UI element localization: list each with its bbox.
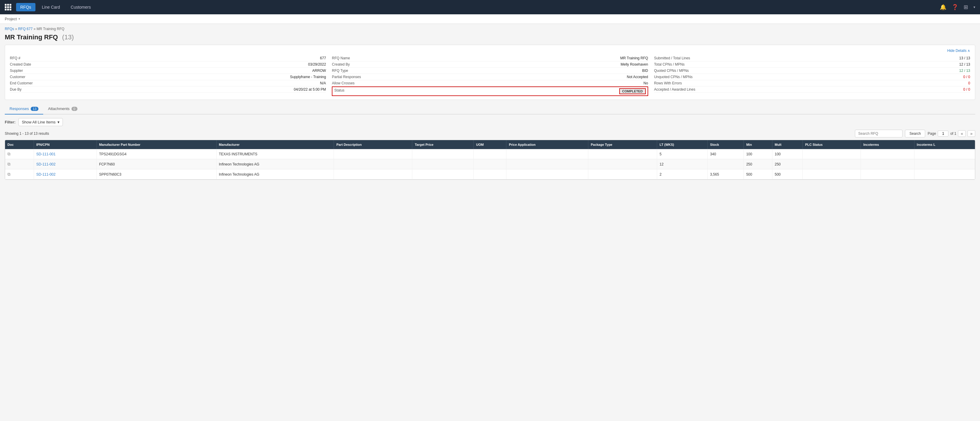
cell-doc[interactable]: ⧉ [5, 149, 33, 159]
ipn-link[interactable]: SD-111-002 [37, 172, 56, 177]
cell-uom [474, 169, 506, 180]
col-plc-status: PLC Status [802, 140, 861, 149]
col-doc: Doc [5, 140, 33, 149]
cell-incoterms [861, 149, 915, 159]
page-title-text: MR Training RFQ [5, 33, 58, 41]
page-input[interactable] [938, 131, 948, 137]
cell-plc-status [802, 169, 861, 180]
filter-dropdown[interactable]: Show All Line Items ▾ [19, 118, 62, 126]
hide-details-link[interactable]: Hide Details ∧ [10, 49, 970, 53]
detail-submitted-total: Submitted / Total Lines 13 / 13 [654, 55, 970, 61]
detail-supplier: Supplier ARROW [10, 68, 326, 74]
cell-min: 500 [744, 169, 772, 180]
col-package-type: Package Type [588, 140, 657, 149]
table-row: ⧉ SD-111-002 SPP07N60C3 Infineon Technol… [5, 169, 975, 180]
cell-mult: 500 [772, 169, 802, 180]
cell-price-app [506, 169, 588, 180]
table-header-row: Doc IPN/CPN Manufacturer Part Number Man… [5, 140, 975, 149]
details-col3: Submitted / Total Lines 13 / 13 Total CP… [654, 55, 970, 96]
filter-row: Filter: Show All Line Items ▾ [5, 118, 975, 126]
pagination: Page of 1 « » [928, 130, 975, 137]
col-incoterms: Incoterms [861, 140, 915, 149]
cell-lt-wks: 2 [657, 169, 708, 180]
breadcrumb-sep2: » [33, 27, 37, 31]
col-ipn-cpn: IPN/CPN [33, 140, 97, 149]
tab-responses[interactable]: Responses 13 [5, 104, 43, 115]
nav-left: RFQs Line Card Customers [5, 3, 95, 11]
search-rfq-input[interactable] [855, 130, 902, 137]
search-button[interactable]: Search [905, 130, 925, 137]
cell-min: 100 [744, 149, 772, 159]
cell-lt-wks: 5 [657, 149, 708, 159]
cell-target-price [412, 159, 474, 169]
cell-part-desc [334, 169, 412, 180]
cell-price-app [506, 149, 588, 159]
chevron-down-icon[interactable]: ▾ [974, 5, 975, 9]
cell-target-price [412, 169, 474, 180]
cell-part-desc [334, 159, 412, 169]
cell-mpn: SPP07N60C3 [97, 169, 216, 180]
breadcrumb-current: MR Training RFQ [37, 27, 64, 31]
cell-stock [708, 159, 743, 169]
detail-rfq-name: RFQ Name MR Training RFQ [332, 55, 648, 61]
status-badge: COMPLETED [619, 88, 646, 94]
col-target-price: Target Price [412, 140, 474, 149]
nav-rfqs-button[interactable]: RFQs [16, 3, 35, 11]
detail-rows-errors: Rows With Errors 0 [654, 80, 970, 86]
notification-icon[interactable]: 🔔 [940, 4, 947, 10]
cell-price-app [506, 159, 588, 169]
nav-linecard-button[interactable]: Line Card [38, 3, 64, 11]
detail-partial-responses: Partial Responses Not Accepted [332, 74, 648, 80]
col-min: Min [744, 140, 772, 149]
tab-attachments[interactable]: Attachments 0 [43, 104, 82, 115]
ipn-link[interactable]: SD-111-001 [37, 152, 56, 156]
cell-stock: 340 [708, 149, 743, 159]
cell-manufacturer: Infineon Technologies AG [216, 169, 334, 180]
detail-created-date: Created Date 03/29/2022 [10, 61, 326, 68]
apps-icon[interactable]: ⊞ [964, 4, 968, 10]
cell-mult: 250 [772, 159, 802, 169]
results-right: Search Page of 1 « » [855, 130, 975, 137]
cell-incoterms [861, 159, 915, 169]
table-row: ⧉ SD-111-002 FCP7N60 Infineon Technologi… [5, 159, 975, 169]
cell-package-type [588, 159, 657, 169]
cell-doc[interactable]: ⧉ [5, 159, 33, 169]
breadcrumb: RFQs » RFQ 677 » MR Training RFQ [0, 24, 980, 32]
cell-stock: 3,565 [708, 169, 743, 180]
breadcrumb-rfqs[interactable]: RFQs [5, 27, 14, 31]
prev-page-button[interactable]: « [958, 130, 966, 137]
breadcrumb-rfq677[interactable]: RFQ 677 [18, 27, 33, 31]
grid-icon[interactable] [5, 4, 11, 10]
col-stock: Stock [708, 140, 743, 149]
detail-status: Status COMPLETED [332, 86, 648, 96]
ipn-link[interactable]: SD-111-002 [37, 162, 56, 166]
results-showing: Showing 1 - 13 of 13 results [5, 131, 49, 136]
copy-icon[interactable]: ⧉ [8, 172, 10, 177]
results-table: Doc IPN/CPN Manufacturer Part Number Man… [5, 140, 975, 180]
cell-incoterms-l [914, 169, 975, 180]
copy-icon[interactable]: ⧉ [8, 162, 10, 166]
cell-plc-status [802, 149, 861, 159]
detail-rfq-type: RFQ Type BID [332, 68, 648, 74]
cell-ipn: SD-111-002 [33, 159, 97, 169]
cell-package-type [588, 169, 657, 180]
tab-attachments-label: Attachments [48, 107, 69, 111]
col-manufacturer: Manufacturer [216, 140, 334, 149]
top-navigation: RFQs Line Card Customers 🔔 ❓ ⊞ ▾ [0, 0, 980, 14]
detail-end-customer: End Customer N/A [10, 80, 326, 86]
col-uom: UOM [474, 140, 506, 149]
results-row: Showing 1 - 13 of 13 results Search Page… [5, 130, 975, 137]
project-label[interactable]: Project [5, 17, 17, 21]
copy-icon[interactable]: ⧉ [8, 151, 10, 156]
project-chevron[interactable]: ▾ [19, 17, 20, 21]
cell-doc[interactable]: ⧉ [5, 169, 33, 180]
details-col2: RFQ Name MR Training RFQ Created By Mell… [332, 55, 648, 96]
breadcrumb-sep1: » [15, 27, 18, 31]
detail-created-by: Created By Melly Rosehaven [332, 61, 648, 68]
cell-uom [474, 149, 506, 159]
help-icon[interactable]: ❓ [952, 4, 958, 10]
next-page-button[interactable]: » [967, 130, 975, 137]
cell-incoterms-l [914, 159, 975, 169]
nav-customers-button[interactable]: Customers [67, 3, 95, 11]
detail-due-by: Due By 04/20/22 at 5:00 PM [10, 86, 326, 93]
